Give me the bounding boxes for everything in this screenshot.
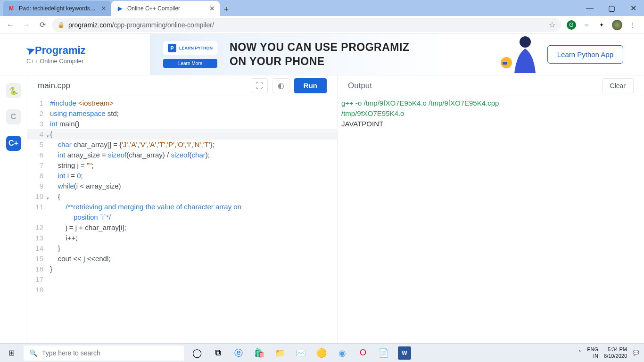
tray-chevron-icon[interactable]: ˄ (578, 350, 581, 356)
rail-python-button[interactable]: 🐍 (6, 83, 21, 98)
window-minimize-button[interactable]: — (579, 0, 601, 16)
taskview-icon[interactable]: ⧉ (211, 346, 224, 360)
promo-illustration (488, 35, 540, 75)
action-center-icon[interactable]: 💬 (633, 350, 639, 356)
rail-cpp-button[interactable]: C+ (6, 136, 21, 151)
code-line[interactable]: 3int main() (27, 119, 337, 129)
lock-icon: 🔒 (58, 22, 65, 28)
rail-c-button[interactable]: C (6, 109, 21, 124)
output-line: JAVATPOINT (341, 119, 640, 129)
code-line[interactable]: 1#include <iostream> (27, 98, 337, 108)
code-line[interactable]: 5 char char_array[] = {'J','A','V','A','… (27, 140, 337, 150)
profile-avatar[interactable] (612, 20, 622, 30)
output-line: /tmp/9fXO7E95K4.o (341, 108, 640, 119)
tab-close-button[interactable]: ✕ (101, 5, 107, 12)
cortana-icon[interactable]: ◯ (190, 346, 204, 360)
code-line[interactable]: 8 int i = 0; (27, 171, 337, 181)
opera-icon[interactable]: O (356, 346, 370, 360)
system-tray: ˄ ENGIN 5:34 PM8/10/2020 💬 (578, 346, 644, 359)
promo-badge: PLEARN PYTHON Learn More (163, 41, 217, 68)
extension-icons: G ∞ ✦ ⋮ (564, 20, 640, 30)
address-bar[interactable]: 🔒 programiz.com/cpp-programming/online-c… (52, 18, 561, 32)
brand-subtitle: C++ Online Compiler (26, 58, 150, 65)
grammarly-ext-icon[interactable]: G (567, 20, 576, 30)
promo-area: PLEARN PYTHON Learn More NOW YOU CAN USE… (150, 34, 644, 75)
code-line[interactable]: 14 } (27, 243, 337, 254)
code-line[interactable]: 16} (27, 264, 337, 274)
code-line[interactable]: 18 (27, 285, 337, 295)
extension-icon[interactable]: ∞ (582, 20, 591, 30)
window-controls: — ▢ ✕ (579, 0, 644, 16)
run-button[interactable]: Run (294, 78, 327, 93)
taskbar-search[interactable]: 🔍 Type here to search (24, 346, 184, 361)
tab-title: Fwd: techiedelight keywords list - (19, 5, 97, 12)
explorer-icon[interactable]: 📁 (273, 346, 287, 360)
browser-tabs: MFwd: techiedelight keywords list -✕▶Onl… (0, 0, 220, 16)
code-line[interactable]: 11 /**retrieving and merging the value o… (27, 202, 337, 212)
output-label: Output (348, 81, 372, 90)
code-line[interactable]: 4▾{ (27, 129, 337, 140)
output-body[interactable]: g++ -o /tmp/9fXO7E95K4.o /tmp/9fXO7E95K4… (338, 96, 644, 131)
filename-label: main.cpp (38, 81, 70, 90)
store-icon[interactable]: 🛍️ (253, 346, 266, 360)
brand-logo[interactable]: ➤Programiz (26, 44, 150, 57)
tray-clock[interactable]: 5:34 PM8/10/2020 (604, 346, 627, 359)
code-editor[interactable]: 1#include <iostream>2using namespace std… (27, 96, 337, 295)
fullscreen-button[interactable]: ⛶ (251, 78, 268, 93)
code-line[interactable]: 2using namespace std; (27, 108, 337, 119)
star-icon[interactable]: ☆ (549, 20, 555, 29)
word-icon[interactable]: W (398, 346, 411, 360)
favicon-icon: M (8, 5, 15, 12)
tab-close-button[interactable]: ✕ (209, 5, 215, 12)
browser-tab[interactable]: ▶Online C++ Compiler✕ (111, 1, 220, 16)
ie-icon[interactable]: ⓔ (232, 346, 245, 360)
reload-button[interactable]: ⟳ (36, 18, 49, 32)
editor-header: main.cpp ⛶ ◐ Run (27, 75, 337, 96)
chrome-icon[interactable]: 🟡 (315, 346, 328, 360)
window-close-button[interactable]: ✕ (622, 0, 644, 16)
brand-block: ➤Programiz C++ Online Compiler (0, 44, 150, 65)
editor-pane: main.cpp ⛶ ◐ Run 1#include <iostream>2us… (27, 75, 338, 343)
forward-button[interactable]: → (20, 18, 33, 32)
new-tab-button[interactable]: + (220, 3, 233, 16)
dark-mode-button[interactable]: ◐ (272, 78, 289, 93)
taskbar-apps: ◯ ⧉ ⓔ 🛍️ 📁 ✉️ 🟡 ◉ O 📄 W (190, 346, 411, 360)
start-button[interactable]: ⊞ (0, 348, 23, 357)
tray-lang[interactable]: ENGIN (587, 346, 598, 359)
language-rail: 🐍 C C+ (0, 75, 27, 343)
back-button[interactable]: ← (4, 18, 17, 32)
svg-point-0 (520, 36, 531, 48)
output-pane: Output Clear g++ -o /tmp/9fXO7E95K4.o /t… (338, 75, 644, 343)
learn-python-app-button[interactable]: Learn Python App (547, 45, 623, 64)
code-line[interactable]: 6 int array_size = sizeof(char_array) / … (27, 150, 337, 160)
code-line[interactable]: 15 cout << j <<endl; (27, 254, 337, 264)
promo-banner: ➤Programiz C++ Online Compiler PLEARN PY… (0, 34, 644, 75)
learn-more-button[interactable]: Learn More (163, 59, 217, 68)
code-line[interactable]: position `i`*/ (27, 212, 337, 222)
search-placeholder: Type here to search (42, 349, 100, 357)
output-header: Output Clear (338, 75, 644, 96)
favicon-icon: ▶ (116, 5, 124, 12)
search-icon: 🔍 (29, 349, 37, 357)
code-line[interactable]: 12 j = j + char_array[i]; (27, 222, 337, 233)
url-text: programiz.com/cpp-programming/online-com… (68, 21, 214, 29)
code-line[interactable]: 7 string j = ""; (27, 160, 337, 171)
mail-icon[interactable]: ✉️ (294, 346, 307, 360)
tab-title: Online C++ Compiler (127, 5, 206, 12)
notepad-icon[interactable]: 📄 (377, 346, 390, 360)
output-line: g++ -o /tmp/9fXO7E95K4.o /tmp/9fXO7E95K4… (341, 98, 640, 108)
main-content: 🐍 C C+ main.cpp ⛶ ◐ Run 1#include <iostr… (0, 75, 644, 343)
code-line[interactable]: 9 while(i < array_size) (27, 181, 337, 191)
code-line[interactable]: 13 i++; (27, 233, 337, 243)
window-maximize-button[interactable]: ▢ (601, 0, 622, 16)
clear-button[interactable]: Clear (602, 78, 634, 93)
code-line[interactable]: 10▾ { (27, 191, 337, 202)
extensions-menu-icon[interactable]: ✦ (597, 20, 606, 30)
chromium-icon[interactable]: ◉ (336, 346, 349, 360)
svg-rect-2 (503, 62, 507, 65)
chrome-menu-icon[interactable]: ⋮ (628, 20, 637, 30)
browser-tab[interactable]: MFwd: techiedelight keywords list -✕ (3, 1, 111, 16)
windows-taskbar: ⊞ 🔍 Type here to search ◯ ⧉ ⓔ 🛍️ 📁 ✉️ 🟡 … (0, 343, 644, 362)
browser-titlebar: MFwd: techiedelight keywords list -✕▶Onl… (0, 0, 644, 16)
code-line[interactable]: 17 (27, 274, 337, 285)
